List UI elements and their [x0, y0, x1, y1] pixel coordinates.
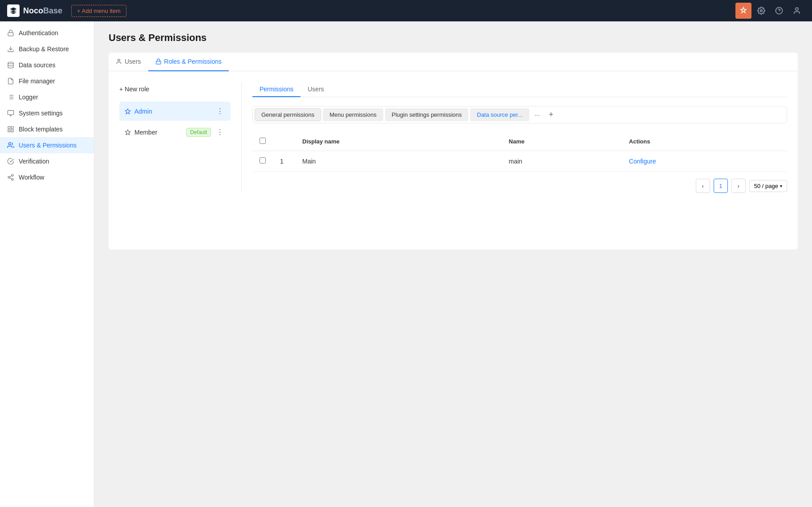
prev-page-button[interactable]: ‹ [696, 179, 710, 193]
perm-subtabs-more-button[interactable]: ··· [531, 110, 544, 120]
select-all-checkbox[interactable] [260, 138, 266, 144]
perm-subtab-datasource[interactable]: Data source per... [470, 108, 529, 121]
settings-icon-button[interactable] [753, 3, 769, 19]
role-item-admin[interactable]: Admin ⋮ [119, 102, 231, 121]
row-action: Configure [622, 151, 787, 172]
app-name: NocoBase [23, 6, 62, 16]
permissions-table: Display name Name Actions 1 [252, 132, 787, 172]
admin-more-button[interactable]: ⋮ [215, 106, 225, 116]
sidebar-item-verification[interactable]: Verification [0, 153, 94, 169]
navbar: NocoBase + Add menu item [0, 0, 812, 21]
roles-panel: + New role Admin ⋮ [109, 71, 798, 249]
help-icon-button[interactable] [771, 3, 787, 19]
logo-icon [7, 4, 20, 17]
user-icon-button[interactable] [789, 3, 805, 19]
sidebar-item-data-sources[interactable]: Data sources [0, 57, 94, 73]
row-display-name: Main [295, 151, 502, 172]
current-page-button[interactable]: 1 [714, 179, 728, 193]
col-actions: Actions [622, 132, 787, 151]
perm-subtab-menu[interactable]: Menu permissions [323, 108, 383, 121]
svg-point-20 [8, 143, 11, 145]
member-more-button[interactable]: ⋮ [215, 127, 225, 137]
permissions-tabs: Permissions Users [252, 82, 787, 97]
perm-tab-permissions[interactable]: Permissions [252, 82, 300, 97]
role-list-section: + New role Admin ⋮ [119, 82, 231, 193]
tab-roles-permissions[interactable]: Roles & Permissions [148, 53, 229, 71]
configure-link[interactable]: Configure [629, 158, 656, 165]
perm-tab-users[interactable]: Users [300, 82, 331, 97]
sidebar-item-users-permissions[interactable]: Users & Permissions [0, 137, 94, 153]
page-title: Users & Permissions [109, 32, 798, 44]
svg-rect-16 [8, 127, 10, 129]
sidebar-item-authentication[interactable]: Authentication [0, 25, 94, 41]
role-item-member[interactable]: Member Default ⋮ [119, 123, 231, 142]
row-checkbox-cell [252, 151, 273, 172]
svg-rect-13 [8, 110, 13, 114]
svg-line-24 [10, 178, 12, 179]
diamond-icon [125, 108, 131, 114]
row-number: 1 [273, 151, 295, 172]
sidebar-item-workflow[interactable]: Workflow [0, 169, 94, 185]
svg-point-22 [8, 176, 10, 178]
default-badge: Default [186, 128, 211, 137]
permissions-section: Permissions Users General permissions Me… [241, 82, 787, 193]
svg-point-6 [8, 62, 13, 64]
svg-rect-4 [8, 33, 13, 36]
pin-icon-button[interactable] [735, 3, 751, 19]
add-menu-button[interactable]: + Add menu item [71, 5, 126, 17]
main-layout: Authentication Backup & Restore Data sou… [0, 21, 812, 507]
app-logo: NocoBase [7, 4, 62, 17]
sidebar-item-file-manager[interactable]: File manager [0, 73, 94, 89]
navbar-icons [735, 3, 805, 19]
svg-rect-27 [156, 61, 161, 64]
svg-rect-17 [11, 127, 13, 129]
svg-point-3 [796, 8, 798, 10]
tab-users[interactable]: Users [109, 53, 148, 71]
svg-point-21 [12, 174, 13, 176]
sidebar-item-logger[interactable]: Logger [0, 89, 94, 105]
diamond-outline-icon [125, 129, 131, 135]
sidebar-item-block-templates[interactable]: Block templates [0, 121, 94, 137]
content-area: Users & Permissions Users Roles & Permis… [94, 21, 812, 507]
row-checkbox[interactable] [260, 157, 266, 164]
perm-subtabs: General permissions Menu permissions Plu… [252, 106, 787, 123]
svg-rect-18 [11, 130, 13, 132]
sidebar-item-backup-restore[interactable]: Backup & Restore [0, 41, 94, 57]
table-row: 1 Main main Configure [252, 151, 787, 172]
new-role-button[interactable]: + New role [119, 82, 149, 96]
col-display-name: Display name [295, 132, 502, 151]
svg-point-23 [12, 179, 13, 180]
row-name: main [502, 151, 622, 172]
svg-point-0 [760, 10, 763, 12]
svg-line-25 [10, 176, 12, 177]
svg-point-26 [118, 59, 120, 61]
svg-rect-19 [8, 130, 10, 132]
chevron-down-icon: ▾ [780, 184, 782, 188]
perm-subtab-general[interactable]: General permissions [255, 108, 321, 121]
sidebar: Authentication Backup & Restore Data sou… [0, 21, 94, 507]
add-tab-button[interactable]: + [545, 108, 557, 121]
per-page-select[interactable]: 50 / page ▾ [749, 180, 787, 192]
col-name: Name [502, 132, 622, 151]
col-checkbox [252, 132, 273, 151]
perm-subtab-plugin[interactable]: Plugin settings permissions [385, 108, 469, 121]
pagination: ‹ 1 › 50 / page ▾ [252, 179, 787, 193]
sidebar-item-system-settings[interactable]: System settings [0, 105, 94, 121]
next-page-button[interactable]: › [731, 179, 746, 193]
col-number [273, 132, 295, 151]
page-tabs: Users Roles & Permissions [109, 53, 798, 71]
roles-layout: + New role Admin ⋮ [119, 82, 787, 193]
